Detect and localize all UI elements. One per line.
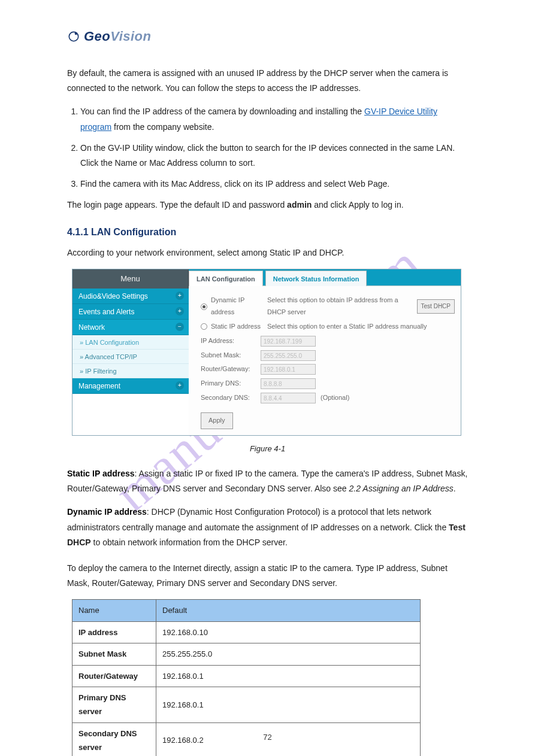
table-row: Primary DNS server192.168.0.1 [72,687,421,722]
sidebar-sub-ipfilter[interactable]: » IP Filtering [72,364,189,378]
sidebar-item-events[interactable]: Events and Alerts + [72,304,189,320]
plus-icon: + [176,292,184,300]
figure-caption: Figure 4-1 [67,442,468,456]
table-header-default: Default [156,600,421,621]
label-dns1: Primary DNS: [201,378,261,390]
label-dns2: Secondary DNS: [201,392,261,404]
input-dns1[interactable]: 8.8.8.8 [261,378,316,389]
sidebar-item-label: Management [78,382,120,390]
sidebar-item-audio-video[interactable]: Audio&Video Settings + [72,289,189,304]
table-header-name: Name [72,600,156,621]
static-ip-label: Static IP address [211,321,267,333]
label-ip: IP Address: [201,335,261,347]
label-gateway: Router/Gateway: [201,363,261,375]
plus-icon: + [176,307,184,315]
table-row: Router/Gateway192.168.0.1 [72,665,421,687]
input-mask[interactable]: 255.255.255.0 [261,350,316,361]
section-heading-lan: 4.1.1 LAN Configuration [67,224,468,241]
dynamic-ip-paragraph: Dynamic IP address: DHCP (Dynamic Host C… [67,505,468,550]
svg-point-1 [75,32,77,35]
dynamic-ip-desc: Select this option to obtain IP address … [267,294,413,318]
input-gateway[interactable]: 192.168.0.1 [261,364,316,375]
step-2: On the GV-IP Utility window, click the b… [80,141,468,171]
theory-paragraph: To deploy the camera to the Internet dir… [67,561,468,591]
lan-paragraph: According to your network environment, s… [67,245,468,260]
sidebar-item-network[interactable]: Network − [72,320,189,335]
label-mask: Subnet Mask: [201,350,261,362]
apply-button[interactable]: Apply [201,412,233,429]
input-ip[interactable]: 192.168.7.199 [261,336,316,347]
sidebar-item-label: Events and Alerts [78,308,134,316]
input-dns2[interactable]: 8.8.4.4 [261,393,316,403]
steps-list: You can find the IP address of the camer… [67,104,468,192]
sidebar-sub-tcpip[interactable]: » Advanced TCP/IP [72,350,189,364]
table-row: IP address192.168.0.10 [72,621,421,643]
intro-paragraph: By default, the camera is assigned with … [67,66,468,96]
radio-static-ip[interactable] [201,323,207,330]
static-ip-desc: Select this option to enter a Static IP … [267,321,455,333]
tab-network-status[interactable]: Network Status Information [265,271,367,286]
menu-header: Menu [72,269,189,289]
sidebar-item-management[interactable]: Management + [72,378,189,394]
test-dhcp-button[interactable]: Test DHCP [417,299,455,314]
optional-note: (Optional) [321,392,349,404]
step-1: You can find the IP address of the camer… [80,104,468,134]
tab-lan-config[interactable]: LAN Configuration [189,271,263,286]
brand-logo: GeoVision [67,29,468,44]
sidebar-sub-lan[interactable]: » LAN Configuration [72,335,189,350]
radio-dynamic-ip[interactable] [201,303,207,310]
step-3: Find the camera with its Mac Address, cl… [80,177,468,192]
defaults-table: Name Default IP address192.168.0.10 Subn… [72,599,421,756]
brand-text: GeoVision [84,29,152,44]
static-ip-paragraph: Static IP address: Assign a static IP or… [67,466,468,496]
lan-config-screenshot: Menu Audio&Video Settings + Events and A… [72,269,461,435]
login-note: The login page appears. Type the default… [67,198,468,212]
dynamic-ip-label: Dynamic IP address [211,294,267,318]
sidebar-item-label: Network [78,323,105,332]
minus-icon: − [176,323,184,331]
table-row: Secondary DNS server192.168.0.2 [72,722,421,756]
globe-icon [67,30,80,43]
plus-icon: + [176,381,184,390]
table-row: Subnet Mask255.255.255.0 [72,643,421,665]
sidebar-item-label: Audio&Video Settings [78,292,148,300]
